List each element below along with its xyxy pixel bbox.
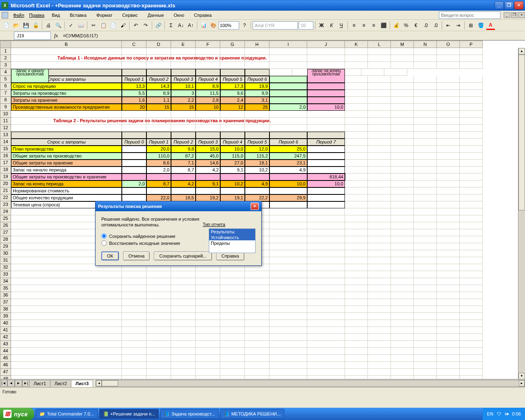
taskbar-item[interactable]: 📗+Решение задачи п... xyxy=(99,409,159,419)
cell[interactable] xyxy=(368,250,391,257)
cell[interactable] xyxy=(391,90,414,97)
print-icon[interactable]: 🖨 xyxy=(44,21,53,30)
cell[interactable] xyxy=(171,292,196,299)
cell[interactable]: 247,5 xyxy=(269,153,307,160)
cell[interactable] xyxy=(171,376,196,379)
cell[interactable] xyxy=(460,271,483,278)
cell[interactable] xyxy=(245,341,269,348)
cell[interactable] xyxy=(391,271,414,278)
cell[interactable] xyxy=(11,355,122,362)
cell[interactable] xyxy=(307,299,345,306)
cell[interactable] xyxy=(307,125,345,132)
list-item[interactable]: Результаты xyxy=(209,229,255,235)
cell[interactable] xyxy=(460,83,483,90)
open-icon[interactable]: 📂 xyxy=(11,21,21,30)
cell[interactable] xyxy=(269,229,307,236)
cell[interactable]: 3 xyxy=(171,90,196,97)
cell[interactable] xyxy=(122,48,146,55)
cell[interactable] xyxy=(414,187,437,194)
menu-file[interactable]: Файл xyxy=(11,11,27,19)
cell[interactable] xyxy=(122,348,146,355)
save-scenario-button[interactable]: Сохранить сценарий... xyxy=(154,251,212,260)
cell[interactable] xyxy=(269,208,307,215)
cell[interactable] xyxy=(245,306,269,313)
language-indicator[interactable]: EN xyxy=(487,411,493,416)
cell[interactable] xyxy=(245,369,269,376)
cell[interactable] xyxy=(414,153,437,160)
cell[interactable] xyxy=(345,160,368,167)
scroll-right-icon[interactable]: ► xyxy=(519,380,525,386)
sheet-tab[interactable]: Лист2 xyxy=(50,380,71,387)
cell[interactable] xyxy=(122,132,146,139)
row-header[interactable]: 16 xyxy=(0,153,11,160)
cell[interactable] xyxy=(307,215,345,222)
cell[interactable] xyxy=(196,271,220,278)
cell[interactable]: 2,2 xyxy=(171,97,196,104)
cell[interactable] xyxy=(368,187,391,194)
cell[interactable]: Период 2 xyxy=(171,139,196,146)
cell[interactable] xyxy=(245,299,269,306)
cell[interactable] xyxy=(269,201,307,208)
menu-format[interactable]: Формат xyxy=(91,11,117,19)
menu-tools[interactable]: Сервис xyxy=(117,11,143,19)
cell[interactable] xyxy=(345,341,368,348)
cell[interactable] xyxy=(345,167,368,173)
cell[interactable] xyxy=(414,327,437,334)
cell[interactable] xyxy=(146,306,171,313)
cell[interactable] xyxy=(196,187,220,194)
redo-icon[interactable]: ↷ xyxy=(141,21,150,30)
cell[interactable] xyxy=(307,250,345,257)
cell[interactable] xyxy=(345,313,368,320)
cell[interactable]: Период 1 xyxy=(146,139,171,146)
cell[interactable] xyxy=(245,320,269,327)
cell[interactable] xyxy=(414,355,437,362)
cell[interactable] xyxy=(414,167,437,173)
cell[interactable]: Запас к началу производства xyxy=(11,69,49,83)
cell[interactable]: 4,2 xyxy=(171,180,196,187)
cell[interactable] xyxy=(307,208,345,215)
cell[interactable] xyxy=(146,320,171,327)
cell[interactable]: 15 xyxy=(171,104,196,111)
cell[interactable] xyxy=(11,348,122,355)
cell[interactable] xyxy=(171,369,196,376)
row-header[interactable]: 27 xyxy=(0,229,11,236)
research-icon[interactable]: 📖 xyxy=(76,21,85,30)
cell[interactable]: Спрос на продукцию xyxy=(11,83,122,90)
cell[interactable] xyxy=(171,327,196,334)
cell[interactable] xyxy=(269,48,307,55)
cell[interactable] xyxy=(345,306,368,313)
cell[interactable]: 2,0 xyxy=(146,167,171,173)
tab-prev-icon[interactable]: ◄ xyxy=(7,380,15,387)
cut-icon[interactable]: ✂ xyxy=(89,21,98,30)
cell[interactable] xyxy=(437,257,460,264)
cell[interactable] xyxy=(345,278,368,285)
row-header[interactable]: 14 xyxy=(0,139,11,146)
cell[interactable] xyxy=(171,187,196,194)
row-header[interactable]: 17 xyxy=(0,160,11,167)
cell[interactable]: 2,4 xyxy=(220,97,245,104)
row-header[interactable]: 19 xyxy=(0,173,11,180)
row-header[interactable]: 37 xyxy=(0,299,11,306)
cell[interactable] xyxy=(196,313,220,320)
cell[interactable] xyxy=(196,320,220,327)
cell[interactable] xyxy=(391,153,414,160)
list-item[interactable]: Устойчивость xyxy=(209,235,255,240)
cell[interactable]: Горизонт планирования xyxy=(122,69,146,76)
col-header[interactable]: H xyxy=(245,41,269,48)
cell[interactable] xyxy=(368,132,391,139)
bold-icon[interactable]: Ж xyxy=(317,21,326,30)
cell[interactable] xyxy=(368,215,391,222)
cell[interactable] xyxy=(437,348,460,355)
col-header[interactable]: F xyxy=(196,41,220,48)
cell[interactable] xyxy=(437,376,460,379)
cell[interactable] xyxy=(391,369,414,376)
cell[interactable]: 2,0 xyxy=(122,180,146,187)
cell[interactable] xyxy=(414,118,437,125)
cell[interactable]: Запас на начало периода xyxy=(11,167,122,173)
cell[interactable] xyxy=(307,194,345,201)
cell[interactable] xyxy=(414,362,437,369)
cell[interactable] xyxy=(146,355,171,362)
cell[interactable] xyxy=(391,160,414,167)
cell[interactable] xyxy=(345,369,368,376)
cell[interactable] xyxy=(414,229,437,236)
